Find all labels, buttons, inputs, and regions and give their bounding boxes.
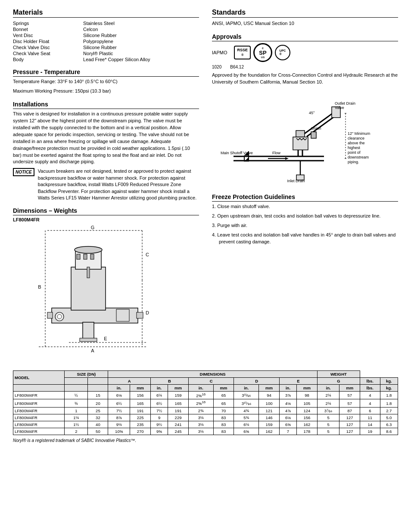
freeze-item-1: Close main shutoff valve. [212,203,398,210]
material-label: Check Valve Disc [13,44,83,50]
approval-number1: 1020 [212,65,221,69]
table-header-row-1: MODEL SIZE (DN) DIMENSIONS WEIGHT [13,371,398,378]
cell-lbs: 4 [360,392,380,399]
cell-g-in: 2¼ [317,392,339,399]
cell-g-mm: 57 [339,392,360,399]
cell-c-in: 3¼ [188,428,213,435]
cell-a-mm: 191 [130,407,151,414]
svg-text:A: A [91,348,94,353]
sub-size [65,385,88,392]
cell-size: 1¼ [65,414,88,421]
svg-rect-31 [296,131,305,137]
model-label: LF800M4FR [13,217,199,222]
svg-text:G: G [91,225,95,230]
standards-heading: Standards [212,9,398,18]
approvals-row: IAPMO RSSE® c SP US UPC® [212,43,398,62]
material-row-bonnet: Bonnet Celcon [13,26,199,32]
cell-c-in: 3¼ [188,421,213,428]
cell-e-in: 4⅛ [279,399,296,407]
col-c: C [188,378,234,385]
pressure-temp-section: Pressure - Temperature Temperature Range… [13,68,199,95]
cell-b-mm: 229 [168,414,189,421]
approval-text: Approved by the foundation for Cross-Con… [212,72,398,86]
svg-text:Union: Union [311,126,321,131]
material-value: Silicone Rubber [83,32,199,38]
svg-text:45°: 45° [309,111,315,115]
svg-text:above the: above the [348,141,365,145]
right-column: Standards ANSI, IAPMO, USC Manual Sectio… [212,9,398,364]
sub-a-mm: mm [130,385,151,392]
cell-e-in: 6⅛ [279,414,296,421]
cell-a-in: 6½ [108,399,130,407]
cell-b-in: 6½ [150,399,168,407]
sub-b-mm: mm [168,385,189,392]
cell-lbs: 6 [360,407,380,414]
freeze-heading: Freeze Protection Guidelines [212,193,398,202]
svg-text:highest: highest [348,146,361,150]
svg-rect-24 [116,309,129,321]
col-kg: kg. [380,378,398,385]
cell-lbs: 19 [360,428,380,435]
sub-e-mm: mm [297,385,318,392]
cell-d-in: 6¼ [234,421,259,428]
material-value: Polypropylene [83,38,199,44]
dimensions-section: Dimensions – Weights LF800M4FR G A B C D [13,207,199,358]
cell-dn: 15 [88,392,108,399]
cell-dn: 32 [88,414,108,421]
cell-dn: 50 [88,428,108,435]
svg-text:Inlet Drain: Inlet Drain [287,179,305,183]
sub-model [13,385,65,392]
cell-b-in: 7½ [150,407,168,414]
svg-text:12" Minimum: 12" Minimum [348,131,370,136]
cell-c-in: 3¼ [188,414,213,421]
cell-size: 1½ [65,421,88,428]
cell-dn: 20 [88,399,108,407]
cell-b-mm: 245 [168,428,189,435]
cell-g-mm: 87 [339,407,360,414]
col-size: SIZE (DN) [65,371,108,378]
sub-b-in: in. [150,385,168,392]
freeze-list: Close main shutoff valve. Open upstream … [212,203,398,246]
cell-a-mm: 156 [130,392,151,399]
cell-b-mm: 191 [168,407,189,414]
cell-a-in: 10⅝ [108,428,130,435]
freeze-section: Freeze Protection Guidelines Close main … [212,193,398,246]
svg-marker-43 [244,157,249,162]
cell-model: LF800M4FR [13,414,65,421]
approvals-heading: Approvals [212,33,398,41]
cell-model: LF800M4FR [13,428,65,435]
approval-badges: RSSE® c SP US UPC® [234,43,290,62]
cell-b-in: 9⅝ [150,428,168,435]
cell-c-mm: 65 [213,399,234,407]
material-label: Check Valve Seat [13,50,83,56]
svg-rect-21 [137,312,143,318]
svg-text:Valve: Valve [335,106,344,110]
main-container: Materials Springs Stainless Steel Bonnet… [13,9,398,364]
sub-c-mm: mm [213,385,234,392]
cell-c-mm: 70 [213,407,234,414]
installations-text: This valve is designed for installation … [13,111,199,166]
material-value: Lead Free* Copper Silicon Alloy [83,56,199,62]
left-column: Materials Springs Stainless Steel Bonnet… [13,9,199,364]
cell-lbs: 4 [360,399,380,407]
cell-a-mm: 165 [130,399,151,407]
cell-model: LF800M4FR [13,392,65,399]
materials-section: Materials Springs Stainless Steel Bonnet… [13,9,199,62]
cell-size: ¾ [65,399,88,407]
cell-g-in: 2¼ [317,399,339,407]
temp-range: Temperature Range: 33°F to 140° (0.5°C t… [13,78,199,85]
rsse-badge: RSSE® [234,46,251,59]
col-size-blank [65,378,88,385]
cell-g-in: 3⁷⁄₁₆ [317,407,339,414]
cell-kg: 5.0 [380,414,398,421]
freeze-item-4: Leave test cocks and isolation ball valv… [212,232,398,246]
svg-marker-41 [285,157,289,160]
sub-c-in: in. [188,385,213,392]
cell-kg: 1.8 [380,399,398,407]
col-model: MODEL [13,371,65,385]
notice-text: Vacuum breakers are not designed, tested… [38,168,199,201]
material-value: Silicone Rubber [83,44,199,50]
svg-text:B: B [38,284,41,289]
dimensions-table: MODEL SIZE (DN) DIMENSIONS WEIGHT A B C … [13,370,398,435]
sub-d-in: in. [234,385,259,392]
